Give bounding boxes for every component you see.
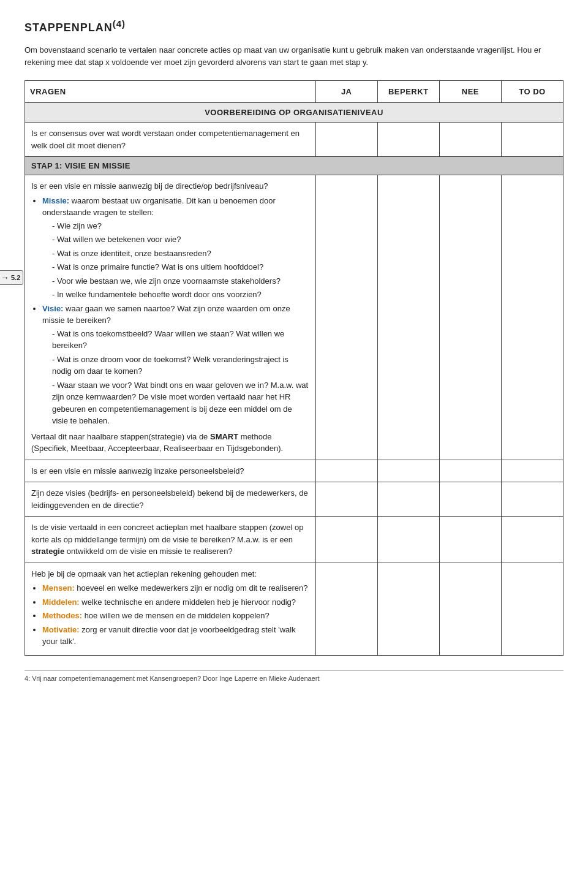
visie-sub-list: Wat is ons toekomstbeeld? Waar willen we… [52, 328, 309, 427]
row-actieplan: Is de visie vertaald in een concreet act… [25, 517, 564, 563]
check-beperkt-heb-je [377, 563, 439, 655]
check-beperkt-actieplan [377, 517, 439, 563]
check-todo-consensus [501, 123, 563, 157]
check-ja-visies-bekend [315, 482, 377, 517]
heb-je-list: Mensen: hoeveel en welke medewerkers zij… [42, 582, 309, 648]
footnote-text: 4: Vrij naar competentiemanagement met K… [24, 675, 319, 682]
check-ja-consensus [315, 123, 377, 157]
row-stap1-main: Is er een visie en missie aanwezig bij d… [25, 175, 564, 460]
smart-paragraph: Vertaal dit naar haalbare stappen(strate… [31, 431, 309, 455]
missie-sub-6: In welke fundamentele behoefte wordt doo… [52, 289, 309, 301]
motivatie-text: zorg er vanuit directie voor dat je voor… [42, 625, 296, 646]
visie-text: waar gaan we samen naartoe? Wat zijn onz… [42, 304, 290, 325]
actieplan-text-after: ontwikkeld om de visie en missie te real… [64, 547, 233, 556]
heb-je-intro: Heb je bij de opmaak van het actieplan r… [31, 568, 309, 580]
col-header-vragen: VRAGEN [25, 81, 316, 103]
check-nee-consensus [439, 123, 501, 157]
missie-sub-4: Wat is onze primaire functie? Wat is ons… [52, 261, 309, 273]
middelen-label: Middelen: [42, 597, 80, 607]
col-header-nee: NEE [439, 81, 501, 103]
row-visies-bekend: Zijn deze visies (bedrijfs- en personeel… [25, 482, 564, 517]
check-ja-visie-pers [315, 460, 377, 482]
row-visie-personeelsbeleid: Is er een visie en missie aanwezig inzak… [25, 460, 564, 482]
middelen-item: Middelen: welke technische en andere mid… [42, 596, 309, 609]
mensen-text: hoeveel en welke medewerkers zijn er nod… [77, 583, 307, 593]
check-todo-actieplan [501, 517, 563, 563]
table-header-row: VRAGEN JA BEPERKT NEE TO DO [25, 81, 564, 103]
check-todo-stap1-main [501, 175, 563, 460]
intro-text: Om bovenstaand scenario te vertalen naar… [24, 44, 564, 68]
motivatie-item: Motivatie: zorg er vanuit directie voor … [42, 624, 309, 648]
col-header-beperkt: BEPERKT [377, 81, 439, 103]
middelen-text: welke technische en andere middelen heb … [81, 597, 296, 607]
stap1-header-text: STAP 1: VISIE EN MISSIE [25, 157, 564, 175]
row-consensus: Is er consensus over wat wordt verstaan … [25, 123, 564, 157]
main-table: VRAGEN JA BEPERKT NEE TO DO VOORBEREIDIN… [24, 80, 564, 656]
check-beperkt-stap1-main [377, 175, 439, 460]
missie-label: Missie: [42, 196, 69, 205]
smart-text-before: Vertaal dit naar haalbare stappen(strate… [31, 432, 210, 441]
question-visie-personeelsbeleid: Is er een visie en missie aanwezig inzak… [25, 460, 316, 482]
check-nee-stap1-main [439, 175, 501, 460]
check-ja-heb-je [315, 563, 377, 655]
missie-sub-1: Wie zijn we? [52, 220, 309, 232]
row-heb-je: Heb je bij de opmaak van het actieplan r… [25, 563, 564, 655]
col-header-todo: TO DO [501, 81, 563, 103]
check-nee-heb-je [439, 563, 501, 655]
check-nee-visie-pers [439, 460, 501, 482]
missie-sub-3: Wat is onze identiteit, onze bestaansred… [52, 248, 309, 260]
visie-item: Visie: waar gaan we samen naartoe? Wat z… [42, 303, 309, 427]
missie-sub-5: Voor wie bestaan we, wie zijn onze voorn… [52, 275, 309, 287]
actieplan-text-before: Is de visie vertaald in een concreet act… [31, 523, 303, 544]
mensen-label: Mensen: [42, 583, 75, 593]
visie-sub-1: Wat is ons toekomstbeeld? Waar willen we… [52, 328, 309, 352]
stap1-intro-text: Is er een visie en missie aanwezig bij d… [31, 180, 309, 192]
check-nee-visies-bekend [439, 482, 501, 517]
superscript: (4) [113, 18, 126, 29]
check-beperkt-visies-bekend [377, 482, 439, 517]
question-actieplan: Is de visie vertaald in een concreet act… [25, 517, 316, 563]
actieplan-bold: strategie [31, 547, 64, 556]
visie-sub-2: Wat is onze droom voor de toekomst? Welk… [52, 354, 309, 377]
check-beperkt-visie-pers [377, 460, 439, 482]
missie-sub-list: Wie zijn we? Wat willen we betekenen voo… [52, 220, 309, 301]
check-ja-stap1-main [315, 175, 377, 460]
methodes-label: Methodes: [42, 611, 82, 620]
missie-text: waarom bestaat uw organisatie. Dit kan u… [42, 196, 276, 218]
stap1-header-row: STAP 1: VISIE EN MISSIE [25, 157, 564, 175]
question-heb-je: Heb je bij de opmaak van het actieplan r… [25, 563, 316, 655]
col-header-ja: JA [315, 81, 377, 103]
motivatie-label: Motivatie: [42, 625, 80, 634]
check-ja-actieplan [315, 517, 377, 563]
section-voorbereiding-header: VOORBEREIDING OP ORGANISATIENIVEAU [25, 103, 564, 123]
visie-label: Visie: [42, 304, 63, 313]
missie-item: Missie: waarom bestaat uw organisatie. D… [42, 195, 309, 301]
table-wrapper: → 5.2 VRAGEN JA BEPERKT NEE TO DO VOORBE… [24, 80, 564, 656]
methodes-text: hoe willen we de mensen en de middelen k… [85, 611, 270, 620]
page-title: STAPPENPLAN(4) [24, 18, 564, 34]
side-tab: → 5.2 [0, 270, 23, 285]
mensen-item: Mensen: hoeveel en welke medewerkers zij… [42, 582, 309, 594]
tab-label: 5.2 [11, 274, 20, 281]
missie-sub-2: Wat willen we betekenen voor wie? [52, 233, 309, 246]
stap1-bullet-list: Missie: waarom bestaat uw organisatie. D… [42, 195, 309, 427]
smart-label: SMART [210, 432, 238, 441]
footnote: 4: Vrij naar competentiemanagement met K… [24, 670, 564, 682]
visie-sub-3: Waar staan we voor? Wat bindt ons en waa… [52, 379, 309, 427]
section-header-text: VOORBEREIDING OP ORGANISATIENIVEAU [25, 103, 564, 123]
question-consensus: Is er consensus over wat wordt verstaan … [25, 123, 316, 157]
check-nee-actieplan [439, 517, 501, 563]
check-todo-visies-bekend [501, 482, 563, 517]
question-visies-bekend: Zijn deze visies (bedrijfs- en personeel… [25, 482, 316, 517]
methodes-item: Methodes: hoe willen we de mensen en de … [42, 610, 309, 622]
check-todo-heb-je [501, 563, 563, 655]
stap1-content: Is er een visie en missie aanwezig bij d… [25, 175, 316, 460]
check-todo-visie-pers [501, 460, 563, 482]
check-beperkt-consensus [377, 123, 439, 157]
